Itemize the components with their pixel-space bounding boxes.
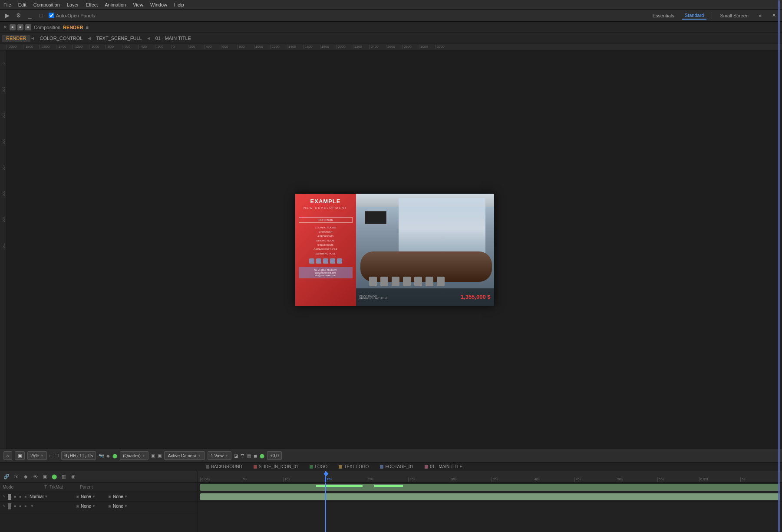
workspace-divider (712, 12, 712, 19)
toolbar-icon-3[interactable]: ⎯ (26, 12, 34, 20)
vt-offset-btn[interactable]: +0,0 (267, 451, 282, 460)
menu-effect[interactable]: Effect (86, 2, 98, 7)
time-mark-current: 15s (325, 477, 367, 482)
lt-adj-icon[interactable]: ◉ (69, 473, 77, 481)
comp-icon-1[interactable]: ■ (10, 24, 16, 30)
vt-blend-icon[interactable]: ▤ (247, 453, 251, 458)
tab-arrow-1[interactable]: ◀ (31, 36, 34, 40)
toolbar-icon-2[interactable]: ⚙ (15, 12, 23, 20)
parent-dropdown-2[interactable]: ▣ None ▼ (108, 504, 151, 509)
menu-edit[interactable]: Edit (18, 2, 26, 7)
layer-tab-textlogo[interactable]: TEXT LOGO (333, 463, 374, 470)
vt-view-btn[interactable]: 1 View ▼ (208, 451, 231, 460)
comp-menu-icon[interactable]: ≡ (86, 25, 89, 30)
auto-open-text: Auto-Open Panels (56, 13, 95, 18)
lr-eye-icon[interactable]: ■ (13, 495, 17, 499)
vt-layers-icon[interactable]: ☲ (241, 453, 244, 458)
lr-color-1 (8, 494, 11, 500)
layer-tab-footage[interactable]: FOOTAGE_01 (375, 463, 419, 470)
parent-icon-2: ▣ (108, 504, 112, 509)
lr-solo-icon-2[interactable]: ■ (23, 504, 28, 509)
tab-text-scene[interactable]: TEXT_SCENE_FULL (92, 35, 146, 42)
lr-solo-icon[interactable]: ■ (23, 495, 28, 499)
tab-main-title[interactable]: 01 - MAIN TITLE (151, 35, 195, 42)
ruler-mark: 1800 (320, 45, 337, 49)
lt-solo-icon[interactable]: ◆ (22, 473, 30, 481)
vt-channels-icon[interactable]: ◼ (254, 453, 257, 458)
comp-icon-3[interactable]: ■ (25, 24, 31, 30)
workspace-standard[interactable]: Standard (682, 12, 707, 20)
toolbar-icon-1[interactable]: ▶ (3, 12, 11, 20)
vt-timecode-btn[interactable]: 0;00;11;15 (61, 451, 96, 460)
layer-tab-maintitle[interactable]: 01 - MAIN TITLE (419, 463, 468, 470)
menu-window[interactable]: Window (150, 2, 167, 7)
comp-close-btn[interactable]: ✕ (3, 25, 7, 30)
toolbar-icon-4[interactable]: □ (37, 12, 45, 20)
workspace-small-screen[interactable]: Small Screen (717, 12, 751, 19)
vt-zoom-btn[interactable]: 25% ▼ (27, 451, 47, 460)
layer-tab-slide[interactable]: SLIDE_IN_ICON_01 (248, 463, 304, 470)
tab-color-control[interactable]: COLOR_CONTROL (35, 35, 87, 42)
lt-motion-icon[interactable]: ▥ (60, 473, 68, 481)
vt-color-picker[interactable]: ◆ (106, 453, 110, 458)
menu-composition[interactable]: Composition (33, 2, 60, 7)
lt-fx-icon[interactable]: fx (12, 473, 20, 481)
lr-lock-icon[interactable]: ■ (18, 495, 23, 499)
trkmat-dropdown-2[interactable]: ▣ None ▼ (76, 504, 106, 509)
vt-toggle-alpha[interactable]: ▣ (158, 453, 162, 458)
lt-link-icon[interactable]: 🔗 (3, 473, 10, 481)
lt-shy-icon[interactable]: 👁 (31, 473, 39, 481)
menu-animation[interactable]: Animation (105, 2, 126, 7)
lt-collapse-icon[interactable]: ▣ (41, 473, 49, 481)
preview-list-3: 4 BEDROOMS (299, 235, 353, 238)
tab-arrow-3[interactable]: ◀ (147, 36, 150, 40)
lr-eye-icon-2[interactable]: ■ (13, 504, 17, 509)
mode-dropdown-2[interactable]: ▼ (30, 504, 64, 508)
vt-camera-snap[interactable]: 📷 (99, 453, 104, 458)
track-bar-2[interactable] (200, 493, 780, 500)
comp-icons: ■ ■ ■ (10, 24, 31, 30)
lt-render-icon[interactable]: ⬤ (50, 473, 58, 481)
lr-parent-2: ▣ None ▼ (108, 504, 151, 509)
layer-row-2[interactable]: ✎ ■ ■ ■ ▼ ▣ None ▼ (0, 502, 198, 511)
tab-render[interactable]: RENDER (2, 35, 30, 42)
menu-bar: File Edit Composition Layer Effect Anima… (0, 0, 782, 10)
comp-icon-2[interactable]: ■ (17, 24, 23, 30)
vt-render-icon[interactable]: ◪ (234, 453, 238, 458)
auto-open-checkbox[interactable] (49, 13, 54, 18)
layer-tab-footage-dot (380, 465, 383, 469)
vt-color-icon[interactable]: ⬤ (112, 453, 117, 458)
lr-mode-value-1: Normal (30, 494, 43, 499)
trkmat-dropdown-1[interactable]: ▣ None ▼ (76, 494, 106, 499)
tab-main-title-label: 01 - MAIN TITLE (155, 36, 191, 41)
vt-resize-btn[interactable]: ▣ (15, 451, 25, 460)
vt-active-camera-btn[interactable]: Active Camera ▼ (164, 451, 205, 460)
workspace-expand[interactable]: » (756, 12, 764, 19)
playhead-diamond (323, 471, 328, 476)
auto-open-label[interactable]: Auto-Open Panels (49, 13, 95, 18)
vt-home-btn[interactable]: ⌂ (3, 451, 12, 460)
menu-layer[interactable]: Layer (67, 2, 79, 7)
ruler-mark: 800 (238, 45, 254, 49)
track-bar-1[interactable] (200, 484, 780, 491)
layer-row-1[interactable]: ✎ ■ ■ ■ Normal ▼ ▣ None ▼ (0, 492, 198, 502)
vt-resolution-btn[interactable]: (Quarter) ▼ (120, 451, 148, 460)
parent-dropdown-1[interactable]: ▣ None ▼ (108, 494, 151, 499)
vt-fit-icon[interactable]: □ (49, 453, 52, 458)
vt-live-update[interactable]: ⬤ (260, 453, 264, 458)
menu-file[interactable]: File (3, 2, 11, 7)
vt-roi-icon[interactable]: ▣ (151, 453, 155, 458)
preview-list-4: DINNING ROOM (299, 239, 353, 242)
workspace-essentials[interactable]: Essentials (650, 12, 677, 19)
menu-help[interactable]: Help (174, 2, 184, 7)
vt-grid-icon[interactable]: ❐ (55, 453, 59, 458)
layer-tab-background[interactable]: BACKGROUND (201, 463, 247, 470)
ruler-mark: -200 (155, 45, 172, 49)
layer-tab-logo[interactable]: LOGO (304, 463, 333, 470)
tab-arrow-2[interactable]: ◀ (88, 36, 91, 40)
menu-view[interactable]: View (133, 2, 143, 7)
ruler-mark: 1200 (271, 45, 287, 49)
lr-lock-icon-2[interactable]: ■ (18, 504, 23, 509)
mode-dropdown-1[interactable]: Normal ▼ (30, 494, 64, 499)
workspace-close[interactable]: ✕ (769, 12, 779, 19)
